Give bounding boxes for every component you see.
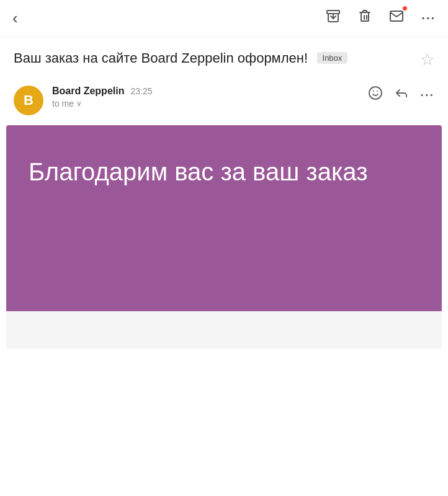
delete-icon[interactable] — [358, 9, 372, 27]
subject-area: Ваш заказ на сайте Board Zeppelin оформл… — [0, 37, 448, 79]
avatar: B — [14, 86, 43, 115]
toolbar: ‹ — [0, 0, 448, 37]
inbox-badge[interactable]: Inbox — [317, 52, 348, 64]
more-actions-icon[interactable]: ··· — [420, 88, 434, 102]
sender-time: 23:25 — [130, 86, 152, 96]
toolbar-left: ‹ — [12, 10, 18, 26]
sender-actions: ··· — [368, 86, 434, 104]
sender-name: Board Zeppelin — [52, 86, 124, 97]
chevron-down-icon: ∨ — [76, 99, 82, 108]
email-body: Благодарим вас за ваш заказ — [6, 125, 442, 348]
sender-to-label: to me — [52, 99, 74, 108]
subject-text-wrap: Ваш заказ на сайте Board Zeppelin оформл… — [14, 49, 413, 68]
sender-info: Board Zeppelin 23:25 to me ∨ — [52, 86, 359, 108]
sender-to[interactable]: to me ∨ — [52, 99, 359, 108]
svg-point-5 — [369, 87, 382, 99]
archive-icon[interactable] — [326, 9, 341, 27]
subject-title: Ваш заказ на сайте Board Zeppelin оформл… — [14, 50, 308, 66]
star-icon[interactable]: ☆ — [420, 50, 434, 69]
reaction-icon[interactable] — [368, 86, 383, 104]
back-button[interactable]: ‹ — [12, 10, 18, 26]
more-menu-icon[interactable]: ··· — [421, 11, 436, 25]
email-banner: Благодарим вас за ваш заказ — [6, 125, 442, 311]
toolbar-right: ··· — [326, 9, 436, 27]
sender-name-row: Board Zeppelin 23:25 — [52, 86, 359, 97]
sender-row: B Board Zeppelin 23:25 to me ∨ — [0, 79, 448, 125]
reply-icon[interactable] — [394, 86, 409, 104]
email-badge — [402, 6, 408, 11]
banner-text: Благодарим вас за ваш заказ — [29, 156, 419, 187]
label-icon[interactable] — [389, 9, 404, 27]
